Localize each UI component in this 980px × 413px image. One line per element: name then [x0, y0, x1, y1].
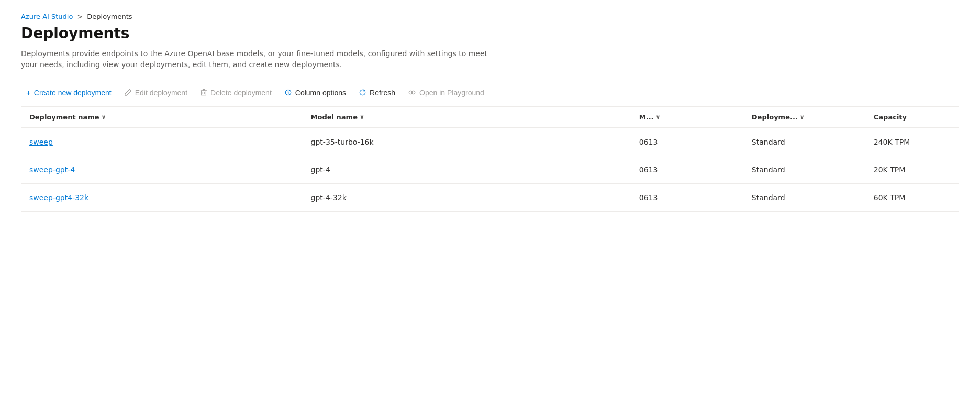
- col-header-deployment-type[interactable]: Deployme... ∨: [743, 107, 865, 128]
- deployment-name-link[interactable]: sweep-gpt4-32k: [29, 193, 88, 202]
- breadcrumb-separator: >: [77, 13, 83, 20]
- column-options-icon: [284, 89, 292, 96]
- deployment-type-cell: Standard: [743, 184, 865, 212]
- col-header-model-name-label: Model name: [311, 113, 358, 121]
- col-header-deployment-type-label: Deployme...: [752, 113, 798, 121]
- deployments-table: Deployment name ∨ Model name ∨ M...: [21, 107, 959, 212]
- sort-model-version-icon: ∨: [656, 114, 661, 121]
- model-name-cell: gpt-4: [303, 156, 631, 184]
- col-header-model-name[interactable]: Model name ∨: [303, 107, 631, 128]
- table-container: Deployment name ∨ Model name ∨ M...: [21, 107, 959, 212]
- col-header-deployment-name[interactable]: Deployment name ∨: [21, 107, 303, 128]
- refresh-icon: [359, 89, 366, 96]
- column-options-label: Column options: [295, 89, 346, 97]
- deployment-type-cell: Standard: [743, 156, 865, 184]
- open-playground-button[interactable]: Open in Playground: [403, 85, 489, 100]
- create-deployment-button[interactable]: + Create new deployment: [21, 85, 117, 100]
- deployment-name-link[interactable]: sweep-gpt-4: [29, 166, 75, 174]
- model-version-cell: 0613: [631, 128, 743, 156]
- delete-deployment-button[interactable]: Delete deployment: [195, 85, 277, 100]
- model-name-cell: gpt-4-32k: [303, 184, 631, 212]
- table-header-row: Deployment name ∨ Model name ∨ M...: [21, 107, 959, 128]
- col-header-model-version[interactable]: M... ∨: [631, 107, 743, 128]
- table-row: sweep-gpt-4gpt-40613Standard20K TPM: [21, 156, 959, 184]
- delete-icon: [200, 89, 207, 96]
- create-deployment-label: Create new deployment: [34, 89, 112, 97]
- toolbar: + Create new deployment Edit deployment: [21, 85, 959, 107]
- create-icon: +: [26, 88, 31, 97]
- playground-icon: [408, 89, 416, 96]
- delete-deployment-label: Delete deployment: [210, 89, 272, 97]
- page-description: Deployments provide endpoints to the Azu…: [21, 48, 492, 70]
- column-options-button[interactable]: Column options: [279, 85, 351, 100]
- page-container: Azure AI Studio > Deployments Deployment…: [0, 0, 980, 224]
- sort-deployment-name-icon: ∨: [102, 114, 106, 121]
- col-header-model-version-label: M...: [639, 113, 654, 121]
- capacity-cell: 20K TPM: [865, 156, 959, 184]
- edit-deployment-label: Edit deployment: [135, 89, 187, 97]
- edit-deployment-button[interactable]: Edit deployment: [119, 85, 193, 100]
- col-header-capacity-label: Capacity: [874, 113, 907, 121]
- breadcrumb-current: Deployments: [87, 13, 132, 20]
- edit-icon: [124, 89, 132, 96]
- col-header-capacity: Capacity: [865, 107, 959, 128]
- refresh-label: Refresh: [370, 89, 395, 97]
- model-version-cell: 0613: [631, 156, 743, 184]
- table-row: sweepgpt-35-turbo-16k0613Standard240K TP…: [21, 128, 959, 156]
- sort-deployment-type-icon: ∨: [800, 114, 805, 121]
- col-header-deployment-name-label: Deployment name: [29, 113, 99, 121]
- model-version-cell: 0613: [631, 184, 743, 212]
- refresh-button[interactable]: Refresh: [353, 85, 400, 100]
- playground-label: Open in Playground: [419, 89, 484, 97]
- deployment-type-cell: Standard: [743, 128, 865, 156]
- deployment-name-link[interactable]: sweep: [29, 138, 53, 146]
- capacity-cell: 240K TPM: [865, 128, 959, 156]
- sort-model-name-icon: ∨: [360, 114, 364, 121]
- table-row: sweep-gpt4-32kgpt-4-32k0613Standard60K T…: [21, 184, 959, 212]
- svg-rect-1: [203, 89, 205, 90]
- model-name-cell: gpt-35-turbo-16k: [303, 128, 631, 156]
- page-title: Deployments: [21, 25, 959, 42]
- capacity-cell: 60K TPM: [865, 184, 959, 212]
- breadcrumb-parent-link[interactable]: Azure AI Studio: [21, 13, 73, 20]
- breadcrumb: Azure AI Studio > Deployments: [21, 13, 959, 20]
